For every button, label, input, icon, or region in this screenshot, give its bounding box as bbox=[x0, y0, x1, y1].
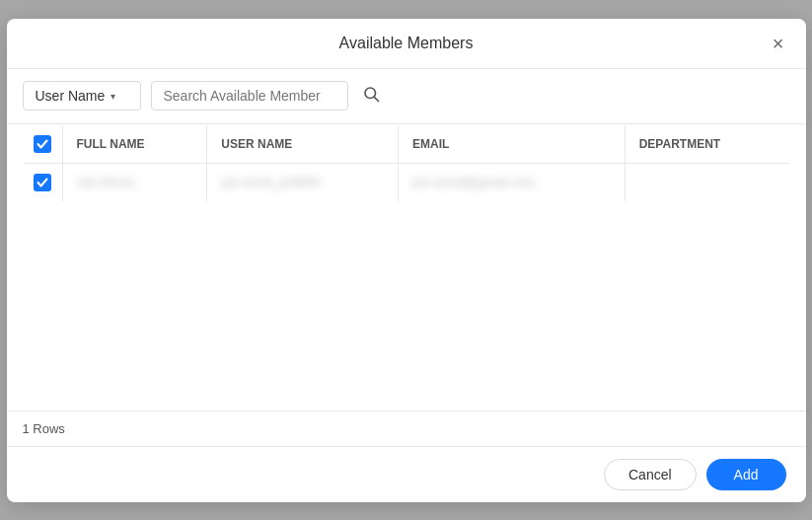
modal-header: Available Members × bbox=[7, 19, 806, 69]
user-name-value: joe.wood_jw9000 bbox=[221, 175, 320, 189]
dropdown-label: User Name bbox=[36, 88, 106, 104]
modal-footer: Cancel Add bbox=[7, 446, 806, 502]
toolbar: User Name ▾ bbox=[7, 69, 806, 124]
search-input[interactable] bbox=[151, 81, 348, 111]
cancel-button[interactable]: Cancel bbox=[604, 459, 697, 490]
table-container: FULL NAME USER NAME EMAIL DEPARTMENT Joe… bbox=[23, 124, 790, 410]
col-full-name: FULL NAME bbox=[62, 124, 207, 163]
modal: Available Members × User Name ▾ bbox=[7, 19, 806, 502]
modal-overlay: Available Members × User Name ▾ bbox=[0, 0, 812, 520]
cell-full-name: Joe Wood bbox=[62, 163, 207, 201]
full-name-value: Joe Wood bbox=[77, 175, 134, 189]
row-count-bar: 1 Rows bbox=[7, 410, 806, 446]
table-header-row: FULL NAME USER NAME EMAIL DEPARTMENT bbox=[23, 124, 789, 163]
col-email: EMAIL bbox=[399, 124, 626, 163]
svg-line-1 bbox=[374, 97, 378, 101]
search-icon bbox=[362, 87, 380, 107]
col-department: DEPARTMENT bbox=[625, 124, 789, 163]
cell-user-name: joe.wood_jw9000 bbox=[207, 163, 399, 201]
row-checkbox[interactable] bbox=[34, 174, 51, 191]
table-row: Joe Wood joe.wood_jw9000 joe.wood@gmail.… bbox=[23, 163, 789, 201]
members-table: FULL NAME USER NAME EMAIL DEPARTMENT Joe… bbox=[23, 124, 790, 202]
cell-department bbox=[625, 163, 789, 201]
user-name-dropdown[interactable]: User Name ▾ bbox=[23, 81, 141, 111]
chevron-down-icon: ▾ bbox=[111, 91, 115, 102]
modal-title: Available Members bbox=[339, 35, 474, 52]
add-button[interactable]: Add bbox=[706, 459, 786, 490]
col-user-name: USER NAME bbox=[207, 124, 399, 163]
close-button[interactable]: × bbox=[767, 32, 790, 55]
header-checkbox-cell bbox=[23, 124, 62, 163]
cell-email: joe.wood@gmail.com bbox=[399, 163, 626, 201]
search-button[interactable] bbox=[358, 81, 384, 111]
email-value: joe.wood@gmail.com bbox=[412, 175, 535, 189]
row-count: 1 Rows bbox=[23, 421, 65, 436]
select-all-checkbox[interactable] bbox=[34, 135, 51, 153]
row-checkbox-cell bbox=[23, 163, 62, 201]
